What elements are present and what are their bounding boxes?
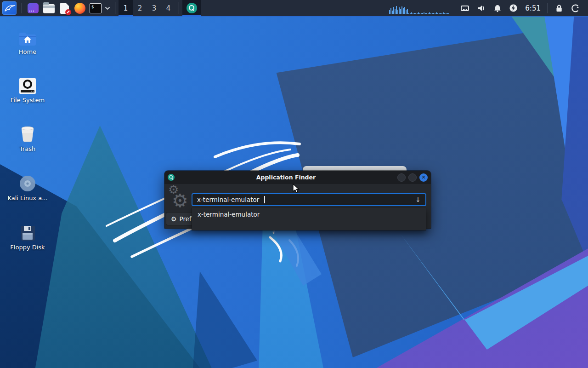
home-folder-icon (18, 30, 37, 46)
desktop-icon-trash[interactable]: Trash (5, 124, 51, 152)
desktop-icon-label: Kali Linux a... (5, 195, 51, 201)
network-tray-button[interactable] (460, 4, 469, 12)
logout-button[interactable] (571, 4, 580, 13)
window-controls: ✕ (397, 173, 428, 182)
desktop-icon-floppy-disk[interactable]: Floppy Disk (5, 222, 51, 251)
finder-window-icon (168, 174, 175, 181)
window-app-icon (28, 3, 39, 13)
logout-icon (571, 4, 580, 13)
finder-window-title: Application Finder (175, 174, 397, 181)
workspace-1[interactable]: 1 (119, 0, 133, 16)
launcher-terminal[interactable]: $_ (88, 0, 103, 16)
panel-separator (115, 2, 115, 14)
cd-disc-icon (19, 175, 36, 192)
application-finder-gears-icon: ⚙⚙ (167, 185, 191, 213)
network-icon (460, 4, 469, 12)
desktop-icon-kali-linux[interactable]: Kali Linux a... (5, 173, 51, 201)
power-manager-tray-button[interactable] (509, 4, 518, 12)
trash-can-icon (18, 125, 37, 143)
folder-icon (43, 4, 55, 13)
bell-icon (493, 4, 502, 12)
text-caret (264, 196, 265, 203)
lock-icon (555, 4, 563, 12)
desktop-icon-label: Floppy Disk (5, 244, 51, 251)
workspace-4[interactable]: 4 (161, 0, 175, 16)
kali-dragon-icon (2, 1, 17, 15)
workspace-3[interactable]: 3 (147, 0, 161, 16)
launcher-file-manager[interactable] (41, 0, 57, 16)
launcher-firefox[interactable] (72, 0, 88, 16)
top-panel: $_ 1 2 3 4 (0, 0, 588, 17)
power-manager-icon (509, 4, 518, 12)
volume-tray-button[interactable] (477, 4, 486, 12)
volume-icon (477, 4, 486, 12)
applications-menu-button[interactable] (0, 0, 18, 16)
taskbar-application-finder-button[interactable] (182, 0, 201, 16)
clock[interactable]: 6:51 (525, 4, 541, 12)
search-input-value: x-terminal-emulator (197, 196, 259, 203)
search-suggestions-dropdown: x-terminal-emulator (192, 208, 426, 230)
lock-screen-button[interactable] (555, 4, 563, 12)
panel-left-group: $_ 1 2 3 4 (0, 0, 201, 16)
notifications-tray-button[interactable] (493, 4, 502, 12)
desktop-icon-label: Home (5, 48, 51, 55)
chevron-down-icon (105, 6, 110, 10)
file-system-drive-icon (19, 78, 36, 94)
panel-right-group: 6:51 (389, 0, 588, 16)
launcher-dropdown-button[interactable] (103, 0, 112, 16)
finder-titlebar[interactable]: Application Finder ✕ (164, 171, 431, 184)
panel-separator (179, 2, 179, 14)
combo-dropdown-arrow-icon[interactable]: ↓ (415, 196, 421, 203)
maximize-button[interactable] (408, 173, 417, 182)
desktop-icon-label: File System (5, 97, 51, 104)
kali-desktop-screen: $_ 1 2 3 4 (0, 0, 588, 368)
floppy-disk-icon (19, 225, 36, 242)
desktop-icon-home[interactable]: Home (5, 27, 51, 55)
minimize-button[interactable] (397, 173, 406, 182)
document-edit-icon (60, 3, 69, 14)
application-finder-window: Application Finder ✕ ⚙⚙ ⚙ Preferences x-… (164, 171, 431, 229)
firefox-icon (74, 3, 85, 14)
cpu-graph[interactable] (389, 2, 449, 14)
desktop-icon-file-system[interactable]: File System (5, 75, 51, 104)
workspace-2[interactable]: 2 (133, 0, 147, 16)
mouse-cursor (293, 184, 302, 194)
suggestion-item[interactable]: x-terminal-emulator (192, 208, 426, 218)
desktop-icon-label: Trash (5, 145, 51, 152)
launcher-app-window[interactable] (25, 0, 41, 16)
search-app-icon (187, 3, 197, 13)
gear-icon: ⚙ (171, 215, 177, 223)
terminal-icon: $_ (90, 3, 102, 13)
close-button[interactable]: ✕ (419, 173, 428, 182)
launcher-text-editor[interactable] (57, 0, 72, 16)
panel-separator (22, 3, 22, 13)
finder-search-input[interactable]: x-terminal-emulator ↓ (192, 193, 426, 206)
panel-separator (548, 3, 548, 13)
